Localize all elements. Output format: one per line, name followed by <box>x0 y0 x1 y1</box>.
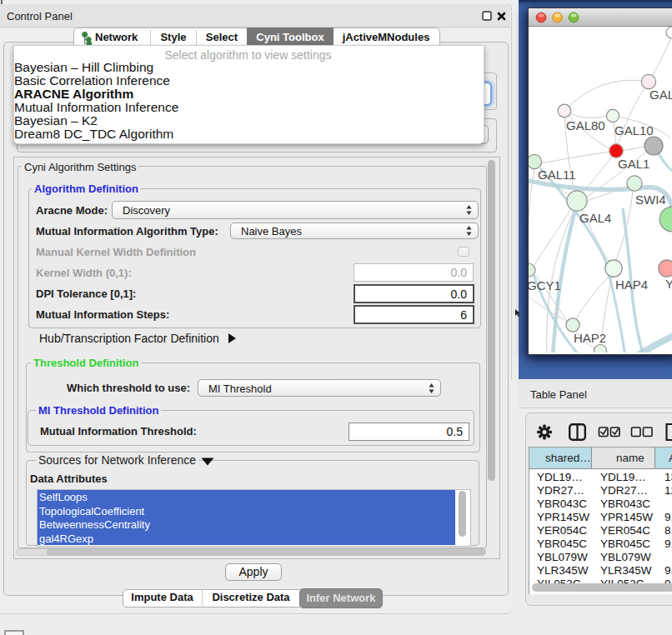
svg-text:GAL4: GAL4 <box>579 211 611 225</box>
svg-text:GAL80: GAL80 <box>566 118 605 132</box>
svg-text:GCY1: GCY1 <box>529 278 561 292</box>
svg-text:GAL1: GAL1 <box>618 157 649 171</box>
svg-text:HAP4: HAP4 <box>615 278 648 292</box>
svg-text:Y: Y <box>665 277 672 291</box>
svg-text:SWI4: SWI4 <box>635 192 666 207</box>
svg-text:GAL11: GAL11 <box>538 168 576 182</box>
svg-text:HAP2: HAP2 <box>574 331 606 345</box>
svg-text:GAL10: GAL10 <box>614 123 654 138</box>
svg-text:GAL: GAL <box>649 88 672 102</box>
